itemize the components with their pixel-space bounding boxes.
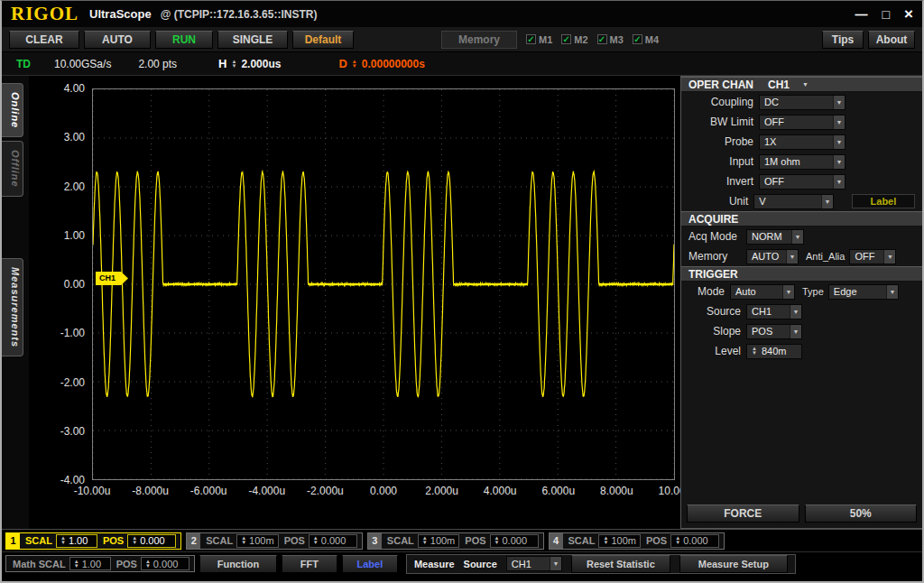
maximize-button[interactable]: □ — [882, 8, 890, 21]
unit-dropdown[interactable]: V ▼ — [753, 194, 834, 209]
ch2-scal-value[interactable]: ▲▼100m — [236, 534, 278, 548]
x-axis-tick-label: 4.000u — [484, 485, 517, 497]
memory-m1-checkbox[interactable]: ✓ M1 — [526, 34, 552, 45]
pos-value-text: 0.000 — [683, 535, 708, 546]
unit-value: V — [754, 195, 821, 208]
probe-dropdown[interactable]: 1X ▼ — [759, 134, 845, 150]
level-spinner-arrows[interactable]: ▲▼ — [752, 347, 757, 356]
sidebar-tab-offline[interactable]: Offline — [2, 141, 23, 197]
trigger-status: TD — [16, 58, 31, 70]
ch4-scal-value[interactable]: ▲▼100m — [598, 534, 640, 548]
math-scal-value[interactable]: ▲▼1.00 — [69, 557, 111, 570]
input-dropdown[interactable]: 1M ohm ▼ — [759, 154, 845, 170]
sidebar-tab-measurements[interactable]: Measurements — [2, 258, 23, 356]
main-area: Online Offline Measurements 4.003.002.00… — [2, 76, 922, 529]
acq-memory-value: AUTO — [747, 250, 786, 264]
acq-mode-dropdown[interactable]: NORM ▼ — [746, 229, 804, 245]
chevron-down-icon: ▼ — [790, 305, 801, 319]
x-axis-tick-label: -10.00u — [74, 485, 111, 497]
invert-dropdown[interactable]: OFF ▼ — [759, 174, 845, 190]
math-segment[interactable]: Math SCAL ▲▼1.00 POS ▲▼0.000 — [5, 555, 195, 572]
ch2-pos-value[interactable]: ▲▼0.000 — [309, 534, 357, 548]
auto-button[interactable]: AUTO — [84, 31, 151, 49]
scal-spinner[interactable]: ▲▼ — [241, 536, 246, 545]
channel-number[interactable]: 1 — [6, 533, 20, 549]
memory-m2-checkbox[interactable]: ✓ M2 — [561, 34, 587, 45]
scal-spinner[interactable]: ▲▼ — [74, 560, 79, 569]
scal-spinner[interactable]: ▲▼ — [603, 536, 608, 545]
math-pos-value[interactable]: ▲▼0.000 — [141, 557, 189, 570]
bw-limit-dropdown[interactable]: OFF ▼ — [759, 115, 845, 130]
close-button[interactable]: × — [904, 8, 913, 21]
anti-alias-dropdown[interactable]: OFF ▼ — [849, 249, 896, 264]
window-controls: — □ × — [855, 8, 913, 21]
chevron-down-icon: ▼ — [791, 230, 803, 244]
pos-label: POS — [465, 535, 485, 546]
chevron-down-icon: ▼ — [833, 175, 845, 189]
memory-m4-checkbox[interactable]: ✓ M4 — [633, 34, 659, 45]
toolbar: CLEAR AUTO RUN SINGLE Default Memory ✓ M… — [2, 27, 922, 52]
d-spinner[interactable]: ▲▼ — [352, 60, 357, 69]
channel-3-segment[interactable]: 3 SCAL ▲▼100m POS ▲▼0.000 — [367, 532, 544, 550]
measure-setup-button[interactable]: Measure Setup — [679, 555, 788, 573]
run-button[interactable]: RUN — [155, 31, 213, 49]
force-button[interactable]: FORCE — [687, 504, 799, 523]
ch4-pos-value[interactable]: ▲▼0.000 — [670, 534, 719, 548]
input-label: Input — [688, 155, 753, 168]
fft-button[interactable]: FFT — [282, 555, 337, 573]
ch3-scal-value[interactable]: ▲▼100m — [418, 534, 459, 548]
trigger-type-dropdown[interactable]: Edge ▼ — [828, 284, 899, 300]
reset-statistic-button[interactable]: Reset Statistic — [571, 555, 670, 573]
math-scal-label: Math SCAL — [13, 559, 66, 569]
channel-4-segment[interactable]: 4 SCAL ▲▼100m POS ▲▼0.000 — [549, 532, 725, 550]
checkbox-icon: ✓ — [633, 34, 642, 44]
pos-spinner[interactable]: ▲▼ — [313, 536, 319, 545]
function-button[interactable]: Function — [199, 555, 277, 573]
tips-button[interactable]: Tips — [822, 31, 864, 49]
pos-spinner[interactable]: ▲▼ — [132, 536, 137, 545]
trigger-mode-dropdown[interactable]: Auto ▼ — [730, 284, 795, 300]
ch1-pos-value[interactable]: ▲▼0.000 — [127, 534, 176, 548]
invert-label: Invert — [688, 175, 753, 188]
about-button[interactable]: About — [868, 31, 915, 49]
pos-spinner[interactable]: ▲▼ — [145, 560, 151, 569]
pos-value-text: 0.000 — [502, 535, 527, 546]
label-button[interactable]: Label — [342, 555, 398, 573]
pos-spinner[interactable]: ▲▼ — [494, 536, 500, 545]
trigger-slope-dropdown[interactable]: POS ▼ — [746, 324, 802, 339]
scal-spinner[interactable]: ▲▼ — [60, 536, 66, 545]
clear-button[interactable]: CLEAR — [9, 31, 79, 49]
trigger-source-dropdown[interactable]: CH1 ▼ — [746, 304, 802, 319]
channel-1-segment[interactable]: 1 SCAL ▲▼1.00 POS ▲▼0.000 — [5, 532, 181, 550]
single-button[interactable]: SINGLE — [217, 31, 288, 49]
channel-label-button[interactable]: Label — [852, 194, 915, 208]
acq-memory-dropdown[interactable]: AUTO ▼ — [746, 249, 799, 264]
measure-button[interactable]: Measure — [414, 559, 455, 569]
spinner-down-icon: ▼ — [241, 541, 246, 545]
coupling-dropdown[interactable]: DC ▼ — [759, 95, 845, 110]
chevron-down-icon: ▼ — [833, 96, 845, 109]
measure-source-dropdown[interactable]: CH1 ▼ — [506, 556, 562, 571]
trigger-level-spinner[interactable]: ▲▼ 840m — [746, 344, 802, 359]
spinner-down-icon: ▼ — [675, 541, 680, 545]
waveform-plot: CH1 — [92, 88, 675, 480]
default-button[interactable]: Default — [292, 31, 354, 49]
oper-chan-channel-select[interactable]: CH1 ▼ — [768, 79, 808, 91]
sidebar-tab-online[interactable]: Online — [2, 83, 23, 137]
channel-number[interactable]: 3 — [368, 533, 382, 549]
ch3-pos-value[interactable]: ▲▼0.000 — [490, 534, 539, 548]
checkbox-icon: ✓ — [561, 34, 571, 44]
ch1-scal-value[interactable]: ▲▼1.00 — [56, 534, 97, 548]
pos-spinner[interactable]: ▲▼ — [675, 536, 680, 545]
h-spinner[interactable]: ▲▼ — [231, 60, 236, 69]
memory-label: Memory — [441, 31, 517, 49]
memory-m3-checkbox[interactable]: ✓ M3 — [597, 34, 624, 45]
chevron-down-icon: ▼ — [782, 285, 794, 299]
channel-number[interactable]: 4 — [550, 533, 563, 549]
channel-2-segment[interactable]: 2 SCAL ▲▼100m POS ▲▼0.000 — [186, 532, 363, 550]
oper-chan-channel-value: CH1 — [768, 79, 790, 91]
fifty-percent-button[interactable]: 50% — [805, 504, 918, 523]
scal-spinner[interactable]: ▲▼ — [422, 536, 428, 545]
minimize-button[interactable]: — — [855, 8, 868, 21]
channel-number[interactable]: 2 — [187, 533, 200, 549]
